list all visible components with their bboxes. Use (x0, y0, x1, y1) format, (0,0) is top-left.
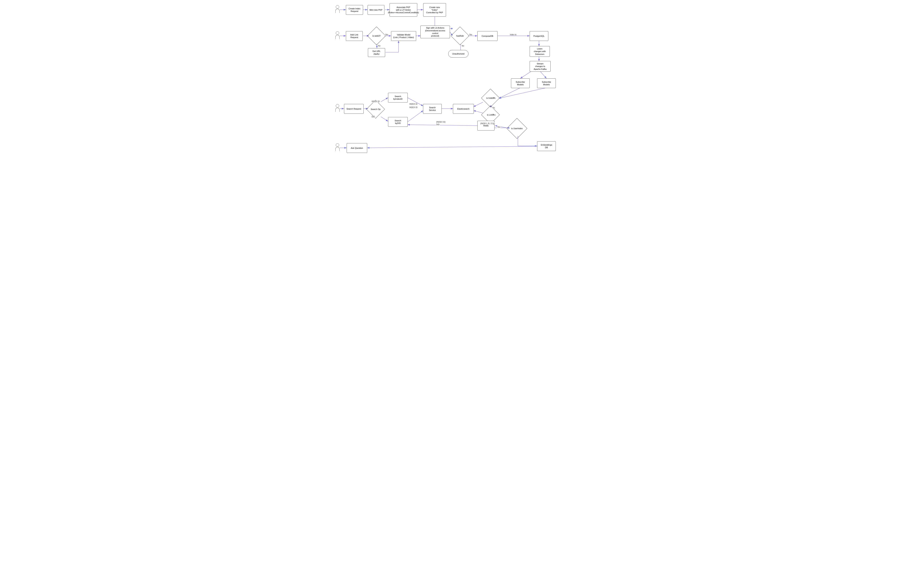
search-service-node: Search Service (423, 104, 442, 114)
label-no-hasrole: No (461, 45, 465, 47)
search-by-did: Search byDID (388, 117, 408, 127)
label-index-id-bracket: [INDEX ID] (436, 121, 446, 123)
embeddings-db: Embeddings DB (537, 141, 556, 151)
actor-1 (335, 5, 340, 13)
label-did: DID (371, 116, 375, 118)
redis-node: Redis (477, 121, 494, 131)
stream-kafka: Stream changes to Apache Kafka (530, 61, 551, 72)
label-no-web3: No (377, 45, 381, 47)
search-request-node: Search Request (344, 104, 364, 114)
label-index-id-1: INDEX ID (371, 100, 380, 102)
svg-line-38 (408, 110, 423, 122)
svg-line-24 (499, 88, 546, 99)
validate-model: Validate Model (Link | Product | Video) (391, 31, 416, 41)
label-yes-hasrole: Yes (469, 34, 473, 36)
actor-4 (335, 143, 340, 151)
svg-line-42 (367, 146, 546, 148)
diagram-container: Create Index Request Mint new PKP Associ… (332, 0, 588, 163)
label-no-index: No (492, 107, 495, 109)
subscribe-models-1: Subscribe Models (511, 78, 530, 88)
search-op-diamond: Search Op (368, 102, 383, 117)
label-index-to: index to (510, 34, 517, 36)
get-url-apify: Get URL (Apify) (368, 48, 385, 57)
label-yes-web3: Yes (385, 34, 389, 36)
is-web3-diamond: is web3? (369, 28, 384, 43)
label-yes-userindex: Yes (497, 126, 500, 128)
postgresql-node: PostgreSQL (530, 31, 548, 41)
label-did-2: DID (436, 124, 440, 126)
label-no-link: No (492, 123, 495, 125)
svg-line-21 (520, 71, 531, 78)
has-role-diamond: hasRole (452, 28, 468, 43)
actor-2 (335, 31, 340, 39)
composedb-node: ComposeDB (477, 31, 497, 41)
elasticsearch-node: Elasticsearch (453, 104, 474, 114)
sign-lit-actions: Sign with Lit Actions (Decentralized acc… (420, 26, 450, 38)
listen-debezium: Listen changes with Debezium (530, 46, 550, 57)
search-by-index-id: Search byIndexID (388, 93, 408, 102)
ask-question-node: Ask Question (347, 143, 367, 153)
subscribe-models-2: Subscribe Models (537, 78, 556, 88)
is-userindex-diamond: is UserIndex (510, 121, 525, 136)
unauthorized-node: Unauthorized (448, 50, 468, 58)
mint-new-pkp: Mint new PKP (368, 5, 384, 15)
actor-3 (335, 104, 340, 112)
create-new-index: Create new "Index" Controlled by PKP (423, 3, 446, 17)
create-index-request: Create Index Request (346, 5, 363, 15)
svg-line-22 (540, 71, 546, 78)
svg-line-23 (499, 88, 520, 99)
svg-line-40 (408, 125, 477, 126)
label-index-id-3: INDEX ID (409, 107, 418, 108)
label-index-id-2: INDEX ID (409, 103, 418, 105)
associate-pkp: Associate PKP with a LIT Action (Roles<>… (390, 3, 417, 17)
add-link-request: Add Link Request (346, 31, 363, 41)
